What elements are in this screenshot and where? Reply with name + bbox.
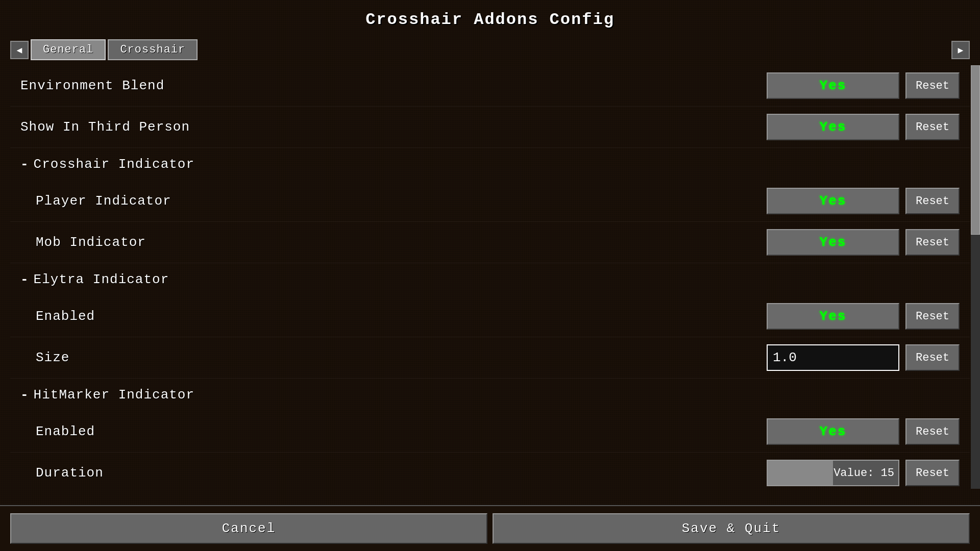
hitmarker-duration-label: Duration (36, 465, 767, 481)
hitmarker-enabled-toggle[interactable]: Yes (767, 418, 899, 445)
tabs-bar: ◀ General Crosshair ▶ (0, 39, 980, 60)
mob-indicator-reset[interactable]: Reset (905, 229, 960, 256)
section-minus-elytra: - (20, 272, 29, 287)
hitmarker-indicator-label: HitMarker Indicator (34, 387, 194, 403)
show-third-person-label: Show In Third Person (20, 119, 767, 135)
settings-list: Environment Blend Yes Reset Show In Thir… (10, 65, 970, 489)
setting-row-show-third-person: Show In Third Person Yes Reset (10, 107, 970, 148)
elytra-indicator-label: Elytra Indicator (34, 272, 169, 287)
cancel-button[interactable]: Cancel (10, 513, 487, 544)
bottom-bar: Cancel Save & Quit (0, 505, 980, 551)
setting-row-player-indicator: Player Indicator Yes Reset (10, 181, 970, 222)
section-hitmarker-indicator: - HitMarker Indicator (10, 379, 970, 411)
hitmarker-duration-reset[interactable]: Reset (905, 460, 960, 486)
show-third-person-reset[interactable]: Reset (905, 114, 960, 140)
elytra-size-input[interactable] (767, 344, 899, 371)
elytra-size-reset[interactable]: Reset (905, 344, 960, 371)
setting-row-elytra-size: Size Reset (10, 337, 970, 379)
nav-left-arrow[interactable]: ◀ (10, 41, 29, 59)
setting-row-hitmarker-duration: Duration Value: 15 Reset (10, 453, 970, 489)
section-minus-hitmarker: - (20, 387, 29, 403)
player-indicator-toggle[interactable]: Yes (767, 188, 899, 214)
elytra-size-label: Size (36, 350, 767, 365)
elytra-enabled-label: Enabled (36, 309, 767, 324)
scrollbar-thumb[interactable] (971, 65, 980, 235)
elytra-enabled-reset[interactable]: Reset (905, 303, 960, 330)
setting-row-hitmarker-enabled: Enabled Yes Reset (10, 411, 970, 453)
player-indicator-reset[interactable]: Reset (905, 188, 960, 214)
player-indicator-label: Player Indicator (36, 193, 767, 209)
elytra-enabled-toggle[interactable]: Yes (767, 303, 899, 330)
slider-value-label: Value: 15 (829, 467, 898, 480)
show-third-person-toggle[interactable]: Yes (767, 114, 899, 140)
slider-fill (768, 461, 833, 485)
page-title: Crosshair Addons Config (0, 0, 980, 39)
scrollbar-track[interactable] (971, 65, 980, 489)
setting-row-mob-indicator: Mob Indicator Yes Reset (10, 222, 970, 263)
nav-right-arrow[interactable]: ▶ (951, 41, 970, 59)
hitmarker-enabled-reset[interactable]: Reset (905, 418, 960, 445)
section-crosshair-indicator: - Crosshair Indicator (10, 148, 970, 181)
crosshair-indicator-label: Crosshair Indicator (34, 157, 194, 172)
section-elytra-indicator: - Elytra Indicator (10, 263, 970, 296)
mob-indicator-toggle[interactable]: Yes (767, 229, 899, 256)
environment-blend-reset[interactable]: Reset (905, 72, 960, 99)
tab-general[interactable]: General (31, 39, 106, 60)
environment-blend-toggle[interactable]: Yes (767, 72, 899, 99)
environment-blend-label: Environment Blend (20, 78, 767, 93)
hitmarker-duration-slider[interactable]: Value: 15 (767, 460, 899, 486)
section-minus-crosshair: - (20, 157, 29, 172)
content-area: Environment Blend Yes Reset Show In Thir… (0, 65, 980, 489)
setting-row-elytra-enabled: Enabled Yes Reset (10, 296, 970, 337)
save-quit-button[interactable]: Save & Quit (493, 513, 970, 544)
hitmarker-enabled-label: Enabled (36, 424, 767, 439)
tab-crosshair[interactable]: Crosshair (108, 39, 198, 60)
mob-indicator-label: Mob Indicator (36, 235, 767, 250)
setting-row-environment-blend: Environment Blend Yes Reset (10, 65, 970, 107)
